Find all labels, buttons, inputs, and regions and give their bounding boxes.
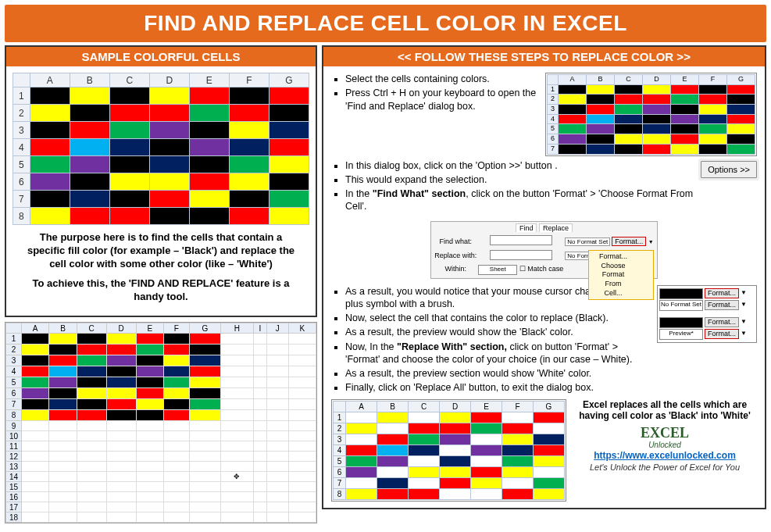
find-format-dropdown[interactable]: Format... xyxy=(705,288,739,299)
steps-heading: << FOLLOW THESE STEPS TO REPLACE COLOR >… xyxy=(323,47,765,66)
steps-panel: << FOLLOW THESE STEPS TO REPLACE COLOR >… xyxy=(322,45,766,509)
brand-block: EXCEL Unlocked https://www.excelunlocked… xyxy=(573,424,757,473)
excel-worksheet-preview: ABCDEFGHIJK1234567891011121314✥15161718 xyxy=(5,322,317,523)
replace-with-input[interactable] xyxy=(490,250,552,260)
find-noformat-label: No Format Set xyxy=(565,237,610,246)
selected-cells-thumbnail: ABCDEFG1234567 xyxy=(547,74,755,155)
replace-noformat-preview: No Format Set xyxy=(659,300,703,311)
brand-tagline: Let's Unlock the Power of Excel for You xyxy=(573,462,757,473)
within-label: Within: xyxy=(434,265,477,275)
step-4: This would expand the selection. xyxy=(345,173,694,186)
step-9: Now, In the "Replace With" section, clic… xyxy=(345,341,651,366)
sample-description-2: To achieve this, the 'FIND AND REPLACE' … xyxy=(12,271,309,310)
left-column: SAMPLE COLORFUL CELLS ABCDEFG12345678 Th… xyxy=(5,45,317,523)
match-case-label: Match case xyxy=(527,265,563,273)
find-format-dropdown-2[interactable]: Format... xyxy=(705,317,739,328)
replace-format-dropdown-2[interactable]: Format... xyxy=(705,329,739,340)
replace-format-dropdown-1[interactable]: Format... xyxy=(705,300,739,311)
sample-color-grid: ABCDEFG12345678 xyxy=(12,73,309,225)
sample-panel: SAMPLE COLORFUL CELLS ABCDEFG12345678 Th… xyxy=(5,45,317,317)
find-format-button[interactable]: Format... xyxy=(612,237,646,246)
step-2: Press Ctrl + H on your keyboard to open … xyxy=(345,87,539,112)
options-button[interactable]: Options >> xyxy=(701,161,757,178)
result-grid: ABCDEFG12345678 xyxy=(333,401,565,500)
brand-link[interactable]: https://www.excelunlocked.com xyxy=(594,450,736,461)
find-preview-black-2 xyxy=(659,317,703,328)
find-what-input[interactable] xyxy=(490,235,552,245)
result-message: Excel replaces all the cells which are h… xyxy=(573,399,757,422)
step-1: Select the cells containing colors. xyxy=(345,73,539,85)
tab-find[interactable]: Find xyxy=(516,223,537,232)
step-8: As a result, the preview would show the … xyxy=(345,326,651,338)
choose-format-from-cell-item[interactable]: Choose Format From Cell... xyxy=(597,262,629,298)
step-5: In the "Find What" section, click on the… xyxy=(345,187,694,213)
step-3: In this dialog box, click on the 'Option… xyxy=(345,159,694,172)
replace-preview-white: Preview* xyxy=(659,329,703,340)
replace-with-label: Replace with: xyxy=(434,250,477,263)
format-menu-item[interactable]: Format... xyxy=(597,252,629,262)
sample-heading: SAMPLE COLORFUL CELLS xyxy=(6,47,316,66)
find-what-label: Find what: xyxy=(434,235,477,248)
sample-description-1: The purpose here is to find the cells th… xyxy=(12,225,309,271)
right-column: << FOLLOW THESE STEPS TO REPLACE COLOR >… xyxy=(322,45,766,523)
tab-replace[interactable]: Replace xyxy=(539,223,573,232)
within-dropdown[interactable]: Sheet xyxy=(478,265,517,275)
step-11: Finally, click on 'Replace All' button, … xyxy=(345,381,651,394)
step-7: Now, select the cell that contains the c… xyxy=(345,312,651,324)
main-layout: SAMPLE COLORFUL CELLS ABCDEFG12345678 Th… xyxy=(0,45,771,528)
page-title: FIND AND REPLACE CELL COLOR IN EXCEL xyxy=(5,5,766,42)
find-preview-black xyxy=(659,288,703,299)
find-replace-dialog: Find Replace Find what: No Format Set Fo… xyxy=(430,221,658,279)
step-10: As a result, the preview section would s… xyxy=(345,367,651,380)
